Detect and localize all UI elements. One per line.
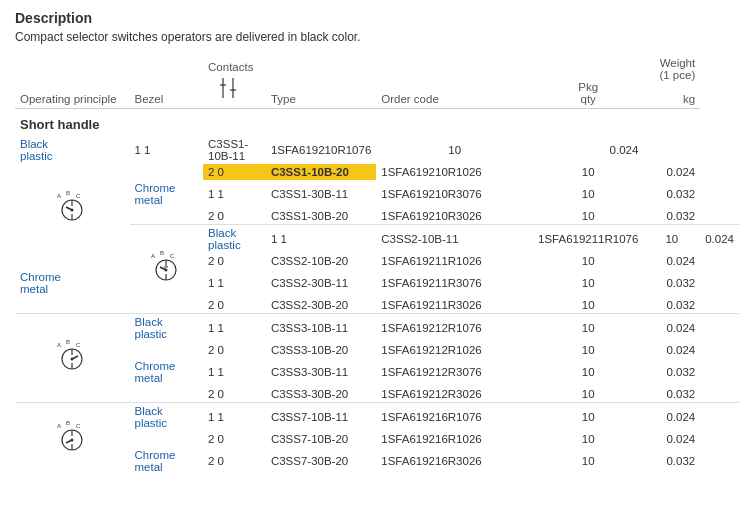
type-cell: C3SS3-10B-20: [266, 342, 376, 358]
bezel-label: Chrome metal: [135, 449, 176, 473]
bezel-cell: [130, 342, 204, 358]
header-bezel: Bezel: [130, 54, 204, 109]
bezel-cell: [130, 208, 204, 225]
bezel-label: Black plastic: [135, 316, 168, 340]
svg-text:C: C: [170, 253, 175, 259]
pkg-qty-cell: 10: [533, 358, 643, 386]
bezel-label: Black plastic: [135, 405, 168, 429]
contacts-cell: 2 0: [203, 297, 266, 314]
operating-principle-cell: A B C: [15, 403, 130, 476]
weight-cell: 0.024: [643, 431, 700, 447]
weight-cell: 0.024: [643, 253, 700, 269]
op-symbol-4-icon: A B C: [56, 420, 88, 456]
svg-point-19: [165, 269, 168, 272]
bezel-cell: [15, 297, 130, 314]
header-pkg-qty: Pkgqty: [533, 54, 643, 109]
bezel-cell: [130, 386, 204, 403]
order-code-cell: 1SFA619212R1026: [376, 342, 533, 358]
weight-cell: 0.032: [643, 208, 700, 225]
svg-text:A: A: [151, 253, 155, 259]
order-code-cell: 1SFA619216R1026: [376, 431, 533, 447]
pkg-qty-cell: 10: [643, 225, 700, 254]
contacts-cell: 1 1: [203, 403, 266, 432]
bezel-label: Black plastic: [20, 138, 53, 162]
pkg-qty-cell: 10: [533, 403, 643, 432]
pkg-qty-cell: 10: [533, 431, 643, 447]
description-title: Description: [15, 10, 739, 26]
weight-cell: 0.024: [700, 225, 739, 254]
pkg-qty-cell: 10: [533, 269, 643, 297]
svg-text:B: B: [160, 250, 164, 256]
op-symbol-2-icon: A B C: [150, 250, 182, 286]
svg-text:C: C: [76, 342, 81, 348]
bezel-label: Chrome metal: [135, 182, 176, 206]
contacts-cell: 1 1: [203, 269, 266, 297]
header-contacts: Contacts: [203, 54, 266, 109]
contacts-cell: 2 0: [203, 253, 266, 269]
bezel-cell: Chrome metal: [130, 358, 204, 386]
contacts-cell: 1 1: [203, 180, 266, 208]
order-code-cell: 1SFA619211R1076: [533, 225, 643, 254]
description-text: Compact selector switches operators are …: [15, 30, 739, 44]
svg-point-28: [71, 358, 74, 361]
weight-cell: 0.024: [643, 342, 700, 358]
description-section: Description Compact selector switches op…: [15, 10, 739, 44]
type-cell: C3SS1-10B-20: [266, 164, 376, 180]
order-code-cell: 1SFA619210R3076: [376, 180, 533, 208]
pkg-qty-cell: 10: [533, 253, 643, 269]
contacts-cell: 1 1: [203, 314, 266, 343]
weight-cell: 0.024: [643, 314, 700, 343]
contacts-cell: 2 0: [203, 164, 266, 180]
pkg-qty-cell: 10: [533, 297, 643, 314]
contacts-cell: 1 1: [130, 136, 204, 164]
table-row: A B C Black plastic1 1C3SS7-10B-111SFA61…: [15, 403, 739, 432]
section-short-handle: Short handle: [15, 109, 739, 137]
pkg-qty-cell: 10: [533, 180, 643, 208]
contact-diagram-icon: [208, 73, 248, 103]
type-cell: C3SS1-30B-20: [266, 208, 376, 225]
operating-principle-cell: A B C: [15, 164, 130, 253]
order-code-cell: 1SFA619211R1026: [376, 253, 533, 269]
svg-point-11: [71, 208, 74, 211]
weight-cell: 0.032: [643, 386, 700, 403]
type-cell: C3SS2-30B-11: [266, 269, 376, 297]
contacts-cell: 2 0: [203, 342, 266, 358]
type-cell: C3SS7-10B-11: [266, 403, 376, 432]
bezel-label: Chrome metal: [20, 271, 61, 295]
order-code-cell: 1SFA619216R3026: [376, 447, 533, 475]
bezel-cell: [15, 253, 130, 269]
pkg-qty-cell: 10: [533, 386, 643, 403]
contacts-cell: 2 0: [203, 386, 266, 403]
pkg-qty-cell: 10: [533, 447, 643, 475]
bezel-cell: Chrome metal: [130, 447, 204, 475]
operating-principle-cell: A B C: [15, 314, 130, 403]
svg-text:C: C: [76, 423, 81, 429]
order-code-cell: 1SFA619212R3076: [376, 358, 533, 386]
order-code-cell: 1SFA619212R3026: [376, 386, 533, 403]
contacts-cell: 1 1: [266, 225, 376, 254]
svg-text:A: A: [57, 342, 61, 348]
svg-text:B: B: [66, 339, 70, 345]
order-code-cell: 1SFA619211R3076: [376, 269, 533, 297]
pkg-qty-cell: 10: [533, 208, 643, 225]
weight-cell: 0.024: [643, 403, 700, 432]
svg-text:B: B: [66, 420, 70, 426]
table-row: 2 0C3SS2-10B-201SFA619211R1026100.024: [15, 253, 739, 269]
type-cell: C3SS2-30B-20: [266, 297, 376, 314]
bezel-label: Black plastic: [208, 227, 241, 251]
weight-cell: 0.032: [643, 358, 700, 386]
table-row: Chrome metal1 1C3SS2-30B-111SFA619211R30…: [15, 269, 739, 297]
bezel-cell: Chrome metal: [15, 269, 130, 297]
contacts-cell: 2 0: [203, 208, 266, 225]
order-code-cell: 1SFA619210R3026: [376, 208, 533, 225]
type-cell: C3SS3-30B-20: [266, 386, 376, 403]
header-order-code: Order code: [376, 54, 533, 109]
bezel-label: Chrome metal: [135, 360, 176, 384]
type-cell: C3SS3-10B-11: [266, 314, 376, 343]
pkg-qty-cell: 10: [376, 136, 533, 164]
type-cell: C3SS7-10B-20: [266, 431, 376, 447]
bezel-cell: Black plastic: [130, 314, 204, 343]
weight-cell: 0.024: [533, 136, 643, 164]
bezel-cell: [130, 431, 204, 447]
weight-cell: 0.032: [643, 269, 700, 297]
